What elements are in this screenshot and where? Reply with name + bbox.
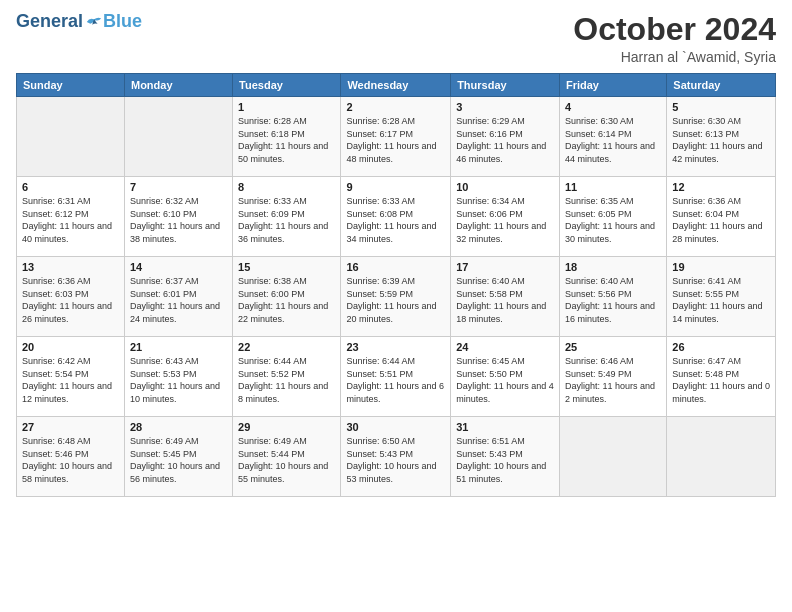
calendar-cell: 31Sunrise: 6:51 AM Sunset: 5:43 PM Dayli… xyxy=(451,417,560,497)
day-number: 9 xyxy=(346,181,445,193)
logo-text: General Blue xyxy=(16,12,142,32)
day-number: 5 xyxy=(672,101,770,113)
calendar-cell: 22Sunrise: 6:44 AM Sunset: 5:52 PM Dayli… xyxy=(233,337,341,417)
day-info: Sunrise: 6:44 AM Sunset: 5:51 PM Dayligh… xyxy=(346,355,445,405)
day-info: Sunrise: 6:30 AM Sunset: 6:14 PM Dayligh… xyxy=(565,115,661,165)
day-info: Sunrise: 6:39 AM Sunset: 5:59 PM Dayligh… xyxy=(346,275,445,325)
day-number: 26 xyxy=(672,341,770,353)
logo: General Blue xyxy=(16,12,142,32)
calendar-cell: 8Sunrise: 6:33 AM Sunset: 6:09 PM Daylig… xyxy=(233,177,341,257)
calendar-cell xyxy=(17,97,125,177)
day-number: 2 xyxy=(346,101,445,113)
calendar-header-thursday: Thursday xyxy=(451,74,560,97)
day-info: Sunrise: 6:33 AM Sunset: 6:08 PM Dayligh… xyxy=(346,195,445,245)
logo-general: General xyxy=(16,12,83,32)
calendar-cell: 19Sunrise: 6:41 AM Sunset: 5:55 PM Dayli… xyxy=(667,257,776,337)
day-info: Sunrise: 6:45 AM Sunset: 5:50 PM Dayligh… xyxy=(456,355,554,405)
day-info: Sunrise: 6:49 AM Sunset: 5:44 PM Dayligh… xyxy=(238,435,335,485)
calendar-cell xyxy=(559,417,666,497)
day-number: 25 xyxy=(565,341,661,353)
day-info: Sunrise: 6:34 AM Sunset: 6:06 PM Dayligh… xyxy=(456,195,554,245)
calendar-header-monday: Monday xyxy=(124,74,232,97)
day-info: Sunrise: 6:36 AM Sunset: 6:04 PM Dayligh… xyxy=(672,195,770,245)
day-info: Sunrise: 6:40 AM Sunset: 5:56 PM Dayligh… xyxy=(565,275,661,325)
page: General Blue October 2024 Harran al `Awa… xyxy=(0,0,792,612)
calendar-cell: 9Sunrise: 6:33 AM Sunset: 6:08 PM Daylig… xyxy=(341,177,451,257)
day-info: Sunrise: 6:42 AM Sunset: 5:54 PM Dayligh… xyxy=(22,355,119,405)
day-number: 24 xyxy=(456,341,554,353)
calendar-cell: 15Sunrise: 6:38 AM Sunset: 6:00 PM Dayli… xyxy=(233,257,341,337)
day-number: 7 xyxy=(130,181,227,193)
calendar-cell: 20Sunrise: 6:42 AM Sunset: 5:54 PM Dayli… xyxy=(17,337,125,417)
day-number: 31 xyxy=(456,421,554,433)
day-number: 6 xyxy=(22,181,119,193)
location-subtitle: Harran al `Awamid, Syria xyxy=(573,49,776,65)
day-number: 28 xyxy=(130,421,227,433)
calendar-cell: 21Sunrise: 6:43 AM Sunset: 5:53 PM Dayli… xyxy=(124,337,232,417)
day-number: 14 xyxy=(130,261,227,273)
day-number: 30 xyxy=(346,421,445,433)
day-info: Sunrise: 6:41 AM Sunset: 5:55 PM Dayligh… xyxy=(672,275,770,325)
day-number: 3 xyxy=(456,101,554,113)
day-number: 13 xyxy=(22,261,119,273)
calendar-cell: 28Sunrise: 6:49 AM Sunset: 5:45 PM Dayli… xyxy=(124,417,232,497)
title-block: October 2024 Harran al `Awamid, Syria xyxy=(573,12,776,65)
day-info: Sunrise: 6:30 AM Sunset: 6:13 PM Dayligh… xyxy=(672,115,770,165)
calendar-cell: 1Sunrise: 6:28 AM Sunset: 6:18 PM Daylig… xyxy=(233,97,341,177)
day-number: 16 xyxy=(346,261,445,273)
month-title: October 2024 xyxy=(573,12,776,47)
day-info: Sunrise: 6:49 AM Sunset: 5:45 PM Dayligh… xyxy=(130,435,227,485)
calendar-table: SundayMondayTuesdayWednesdayThursdayFrid… xyxy=(16,73,776,497)
day-info: Sunrise: 6:44 AM Sunset: 5:52 PM Dayligh… xyxy=(238,355,335,405)
calendar-cell: 7Sunrise: 6:32 AM Sunset: 6:10 PM Daylig… xyxy=(124,177,232,257)
day-info: Sunrise: 6:51 AM Sunset: 5:43 PM Dayligh… xyxy=(456,435,554,485)
calendar-cell: 13Sunrise: 6:36 AM Sunset: 6:03 PM Dayli… xyxy=(17,257,125,337)
calendar-header-wednesday: Wednesday xyxy=(341,74,451,97)
calendar-week-row: 6Sunrise: 6:31 AM Sunset: 6:12 PM Daylig… xyxy=(17,177,776,257)
calendar-week-row: 1Sunrise: 6:28 AM Sunset: 6:18 PM Daylig… xyxy=(17,97,776,177)
day-number: 11 xyxy=(565,181,661,193)
logo-blue: Blue xyxy=(103,12,142,32)
calendar-week-row: 27Sunrise: 6:48 AM Sunset: 5:46 PM Dayli… xyxy=(17,417,776,497)
calendar-cell: 6Sunrise: 6:31 AM Sunset: 6:12 PM Daylig… xyxy=(17,177,125,257)
day-info: Sunrise: 6:37 AM Sunset: 6:01 PM Dayligh… xyxy=(130,275,227,325)
day-number: 23 xyxy=(346,341,445,353)
day-info: Sunrise: 6:48 AM Sunset: 5:46 PM Dayligh… xyxy=(22,435,119,485)
calendar-cell: 23Sunrise: 6:44 AM Sunset: 5:51 PM Dayli… xyxy=(341,337,451,417)
day-info: Sunrise: 6:36 AM Sunset: 6:03 PM Dayligh… xyxy=(22,275,119,325)
calendar-cell xyxy=(667,417,776,497)
calendar-cell: 24Sunrise: 6:45 AM Sunset: 5:50 PM Dayli… xyxy=(451,337,560,417)
day-number: 10 xyxy=(456,181,554,193)
calendar-cell: 27Sunrise: 6:48 AM Sunset: 5:46 PM Dayli… xyxy=(17,417,125,497)
calendar-header-friday: Friday xyxy=(559,74,666,97)
calendar-cell: 18Sunrise: 6:40 AM Sunset: 5:56 PM Dayli… xyxy=(559,257,666,337)
calendar-cell: 2Sunrise: 6:28 AM Sunset: 6:17 PM Daylig… xyxy=(341,97,451,177)
day-number: 12 xyxy=(672,181,770,193)
calendar-week-row: 20Sunrise: 6:42 AM Sunset: 5:54 PM Dayli… xyxy=(17,337,776,417)
day-number: 17 xyxy=(456,261,554,273)
calendar-header-tuesday: Tuesday xyxy=(233,74,341,97)
calendar-cell: 17Sunrise: 6:40 AM Sunset: 5:58 PM Dayli… xyxy=(451,257,560,337)
calendar-cell: 25Sunrise: 6:46 AM Sunset: 5:49 PM Dayli… xyxy=(559,337,666,417)
day-number: 20 xyxy=(22,341,119,353)
header: General Blue October 2024 Harran al `Awa… xyxy=(16,12,776,65)
day-number: 29 xyxy=(238,421,335,433)
day-info: Sunrise: 6:40 AM Sunset: 5:58 PM Dayligh… xyxy=(456,275,554,325)
logo-bird-icon xyxy=(85,15,103,29)
day-info: Sunrise: 6:33 AM Sunset: 6:09 PM Dayligh… xyxy=(238,195,335,245)
calendar-cell: 16Sunrise: 6:39 AM Sunset: 5:59 PM Dayli… xyxy=(341,257,451,337)
day-info: Sunrise: 6:28 AM Sunset: 6:17 PM Dayligh… xyxy=(346,115,445,165)
day-info: Sunrise: 6:50 AM Sunset: 5:43 PM Dayligh… xyxy=(346,435,445,485)
calendar-cell: 12Sunrise: 6:36 AM Sunset: 6:04 PM Dayli… xyxy=(667,177,776,257)
calendar-cell: 14Sunrise: 6:37 AM Sunset: 6:01 PM Dayli… xyxy=(124,257,232,337)
day-info: Sunrise: 6:31 AM Sunset: 6:12 PM Dayligh… xyxy=(22,195,119,245)
calendar-cell: 5Sunrise: 6:30 AM Sunset: 6:13 PM Daylig… xyxy=(667,97,776,177)
calendar-cell: 11Sunrise: 6:35 AM Sunset: 6:05 PM Dayli… xyxy=(559,177,666,257)
calendar-cell: 10Sunrise: 6:34 AM Sunset: 6:06 PM Dayli… xyxy=(451,177,560,257)
calendar-cell: 3Sunrise: 6:29 AM Sunset: 6:16 PM Daylig… xyxy=(451,97,560,177)
day-info: Sunrise: 6:29 AM Sunset: 6:16 PM Dayligh… xyxy=(456,115,554,165)
calendar-header-sunday: Sunday xyxy=(17,74,125,97)
calendar-cell: 26Sunrise: 6:47 AM Sunset: 5:48 PM Dayli… xyxy=(667,337,776,417)
day-number: 22 xyxy=(238,341,335,353)
day-info: Sunrise: 6:43 AM Sunset: 5:53 PM Dayligh… xyxy=(130,355,227,405)
